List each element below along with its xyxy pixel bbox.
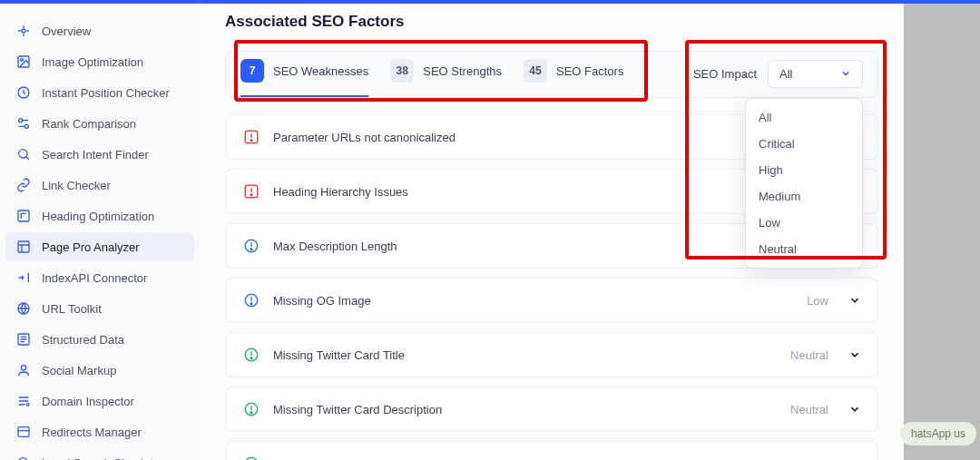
tab-seo-strengths[interactable]: 38SEO Strengths [390, 59, 502, 97]
issue-right: Low [807, 294, 861, 308]
svg-point-5 [24, 124, 28, 128]
svg-rect-8 [18, 241, 29, 252]
sidebar-item-domain-inspector[interactable]: Domain Inspector [5, 387, 194, 416]
sidebar-item-label: Redirects Manager [42, 426, 142, 439]
issue-title: Missing Twitter Card Description [273, 403, 442, 416]
issue-left: Heading Hierarchy Issues [242, 182, 408, 201]
issue-left: Parameter URLs not canonicalized [242, 128, 456, 146]
sidebar-item-label: Page Pro Analyzer [42, 240, 140, 254]
sidebar-icon [15, 177, 32, 193]
select-value: All [779, 67, 792, 81]
tab-count: 7 [240, 59, 264, 83]
tab-count: 45 [524, 59, 547, 83]
sidebar-item-label: Local Search Simulator [42, 456, 163, 461]
dropdown-option-all[interactable]: All [746, 104, 862, 131]
whatsapp-widget[interactable]: hatsApp us [900, 422, 976, 445]
issue-left: Missing OG Image [242, 291, 371, 309]
svg-point-21 [250, 140, 252, 142]
svg-point-6 [19, 150, 27, 158]
issue-title: Missing Twitter Card Title [273, 348, 405, 362]
impact-badge: Low [807, 294, 828, 308]
issue-title: Max Description Length [273, 240, 397, 253]
severity-critical-icon [242, 182, 260, 201]
right-strip [904, 4, 980, 460]
tab-seo-factors[interactable]: 45SEO Factors [524, 59, 623, 97]
sidebar-item-url-toolkit[interactable]: URL Toolkit [5, 294, 194, 323]
issue-row[interactable]: Missing Twitter Card TitleNeutral [225, 332, 878, 377]
sidebar-item-link-checker[interactable]: Link Checker [5, 171, 194, 200]
tab-label: SEO Strengths [423, 64, 502, 78]
impact-badge: Neutral [790, 457, 828, 461]
sidebar-item-indexapi-connector[interactable]: IndexAPI Connector [5, 263, 194, 292]
issue-row[interactable]: Missing Twitter Card DescriptionNeutral [225, 387, 878, 432]
sidebar-item-label: Instant Position Checker [42, 86, 170, 100]
severity-info-icon [242, 291, 260, 309]
sidebar-item-search-intent-finder[interactable]: Search Intent Finder [5, 140, 194, 169]
issue-right: Neutral [790, 403, 861, 416]
sidebar-item-label: Search Intent Finder [42, 148, 149, 161]
issue-title: Missing Twitter Card Image [273, 457, 416, 461]
dropdown-option-low[interactable]: Low [746, 210, 862, 236]
sidebar-item-label: Structured Data [42, 333, 124, 347]
dropdown-option-high[interactable]: High [746, 157, 862, 183]
sidebar-item-label: URL Toolkit [42, 302, 102, 316]
sidebar-item-structured-data[interactable]: Structured Data [5, 325, 194, 354]
sidebar-item-heading-optimization[interactable]: Heading Optimization [5, 201, 194, 230]
seo-impact-dropdown[interactable]: AllCriticalHighMediumLowNeutral [745, 98, 863, 269]
svg-point-0 [22, 29, 25, 33]
sidebar-item-label: Heading Optimization [42, 210, 154, 223]
svg-point-27 [250, 249, 252, 250]
sidebar-icon [15, 300, 32, 317]
filter-container: SEO Impact All AllCriticalHighMediumLowN… [693, 60, 863, 97]
impact-badge: Neutral [790, 403, 828, 416]
sidebar-item-label: IndexAPI Connector [42, 271, 147, 285]
sidebar-item-social-markup[interactable]: Social Markup [5, 356, 194, 385]
sidebar-icon [15, 362, 32, 378]
sidebar-item-label: Overview [42, 24, 91, 38]
svg-point-2 [21, 59, 24, 62]
issue-title: Heading Hierarchy Issues [273, 185, 408, 199]
sidebar-item-label: Rank Comparison [42, 117, 136, 131]
tabs-left: 7SEO Weaknesses38SEO Strengths45SEO Fact… [240, 59, 623, 97]
sidebar-icon [15, 23, 32, 39]
severity-ok-icon [242, 455, 260, 460]
severity-ok-icon [242, 346, 260, 364]
sidebar-item-instant-position-checker[interactable]: Instant Position Checker [5, 78, 194, 107]
sidebar-item-label: Image Optimization [42, 55, 143, 69]
sidebar-icon [15, 54, 32, 70]
sidebar-icon [15, 146, 32, 162]
seo-impact-select[interactable]: All [768, 60, 863, 88]
tab-label: SEO Weaknesses [273, 64, 368, 78]
svg-rect-7 [18, 210, 29, 221]
sidebar-item-redirects-manager[interactable]: Redirects Manager [5, 417, 194, 446]
tab-count: 38 [390, 59, 414, 83]
svg-rect-13 [18, 427, 29, 437]
issue-title: Parameter URLs not canonicalized [273, 131, 456, 144]
sidebar-icon [15, 269, 32, 286]
issue-left: Missing Twitter Card Title [242, 346, 405, 364]
svg-point-36 [250, 412, 252, 414]
svg-point-24 [250, 194, 252, 196]
filter-label: SEO Impact [693, 67, 757, 81]
svg-point-12 [26, 404, 29, 406]
chevron-down-icon [848, 403, 861, 416]
sidebar-item-local-search-simulator[interactable]: Local Search Simulator [5, 448, 194, 460]
issue-left: Max Description Length [242, 237, 397, 255]
issue-left: Missing Twitter Card Description [242, 400, 442, 418]
dropdown-option-neutral[interactable]: Neutral [746, 236, 862, 262]
issue-row[interactable]: Missing OG ImageLow [225, 278, 878, 323]
tab-seo-weaknesses[interactable]: 7SEO Weaknesses [240, 59, 368, 97]
sidebar-item-image-optimization[interactable]: Image Optimization [5, 47, 194, 76]
sidebar-item-rank-comparison[interactable]: Rank Comparison [5, 109, 194, 138]
dropdown-option-medium[interactable]: Medium [746, 183, 862, 210]
sidebar-icon [15, 424, 32, 440]
sidebar-item-overview[interactable]: Overview [5, 16, 194, 45]
sidebar: OverviewImage OptimizationInstant Positi… [0, 4, 200, 460]
sidebar-item-page-pro-analyzer[interactable]: Page Pro Analyzer [5, 232, 194, 261]
chevron-down-icon [848, 348, 861, 361]
svg-point-30 [250, 303, 252, 305]
svg-point-11 [21, 366, 25, 370]
issue-row[interactable]: Missing Twitter Card ImageNeutral [225, 441, 878, 460]
svg-point-33 [250, 357, 252, 359]
dropdown-option-critical[interactable]: Critical [746, 131, 862, 157]
